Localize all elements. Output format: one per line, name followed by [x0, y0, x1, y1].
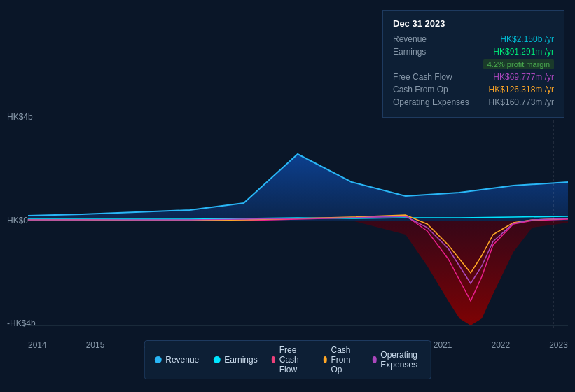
earnings-dot [213, 356, 220, 363]
x-label-2014: 2014 [28, 340, 47, 350]
profit-margin-badge: 4.2% profit margin [483, 59, 554, 69]
opex-legend-label: Operating Expenses [380, 350, 420, 370]
earnings-value: HK$91.291m /yr [493, 47, 554, 57]
cfo-legend-label: Cash From Op [331, 345, 359, 374]
fcf-value: HK$69.777m /yr [493, 72, 554, 82]
tooltip-row-earnings: Earnings HK$91.291m /yr [393, 47, 554, 57]
fcf-label: Free Cash Flow [393, 72, 452, 82]
tooltip-row-opex: Operating Expenses HK$160.773m /yr [393, 97, 554, 107]
earnings-label: Earnings [393, 47, 426, 57]
tooltip-row-revenue: Revenue HK$2.150b /yr [393, 34, 554, 44]
legend-item-opex[interactable]: Operating Expenses [373, 350, 421, 370]
legend: Revenue Earnings Free Cash Flow Cash Fro… [144, 340, 431, 379]
revenue-value: HK$2.150b /yr [500, 34, 554, 44]
legend-item-cfo[interactable]: Cash From Op [323, 345, 359, 374]
y-label-mid: HK$0 [7, 216, 28, 225]
chart-svg [28, 112, 568, 329]
x-label-2015: 2015 [86, 340, 105, 350]
legend-item-earnings[interactable]: Earnings [213, 355, 257, 365]
x-label-2022: 2022 [492, 340, 511, 350]
opex-dot [373, 356, 376, 363]
tooltip-title: Dec 31 2023 [393, 18, 554, 29]
legend-item-fcf[interactable]: Free Cash Flow [272, 345, 310, 374]
tooltip-row-fcf: Free Cash Flow HK$69.777m /yr [393, 72, 554, 82]
opex-label: Operating Expenses [393, 97, 469, 107]
opex-value: HK$160.773m /yr [489, 97, 554, 107]
revenue-legend-label: Revenue [165, 355, 199, 365]
revenue-label: Revenue [393, 34, 427, 44]
profit-margin-row: 4.2% profit margin [393, 59, 554, 69]
cfo-dot [323, 356, 326, 363]
x-label-2023: 2023 [549, 340, 568, 350]
fcf-legend-label: Free Cash Flow [279, 345, 310, 374]
earnings-legend-label: Earnings [224, 355, 257, 365]
revenue-dot [154, 356, 161, 363]
tooltip-row-cfo: Cash From Op HK$126.318m /yr [393, 85, 554, 94]
tooltip-box: Dec 31 2023 Revenue HK$2.150b /yr Earnin… [382, 10, 564, 118]
cfo-label: Cash From Op [393, 85, 448, 94]
chart-container: Dec 31 2023 Revenue HK$2.150b /yr Earnin… [0, 0, 575, 392]
x-label-2021: 2021 [434, 340, 452, 350]
cfo-value: HK$126.318m /yr [489, 85, 554, 94]
fcf-dot [272, 356, 275, 363]
legend-item-revenue[interactable]: Revenue [154, 355, 199, 365]
